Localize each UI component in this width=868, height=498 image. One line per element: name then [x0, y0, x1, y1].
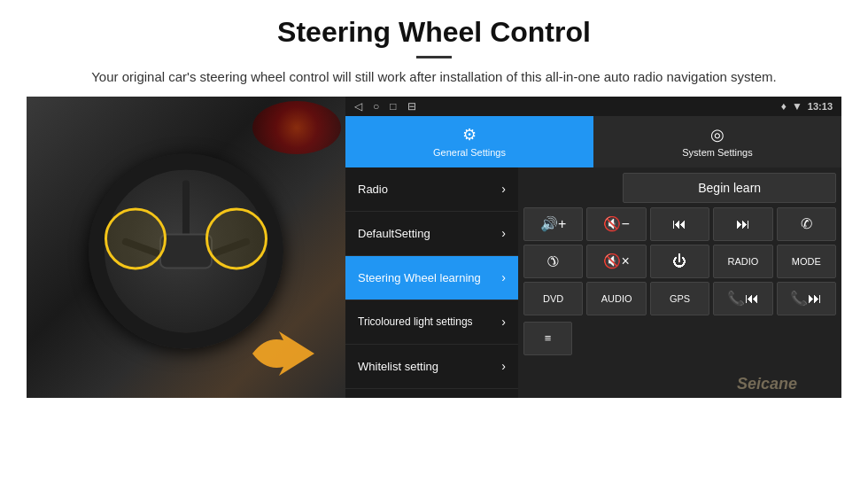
status-bar-info: ♦ ▼ 13:13 [781, 100, 833, 113]
chevron-default-icon: › [501, 226, 506, 240]
last-row: ≡ [523, 322, 836, 355]
power-icon: ⏻ [672, 253, 686, 269]
begin-learn-button[interactable]: Begin learn [623, 173, 836, 203]
gps-label: GPS [670, 293, 690, 304]
tab-general[interactable]: ⚙ General Settings [345, 116, 593, 167]
vol-up-icon: 🔊+ [540, 215, 566, 232]
general-settings-icon: ⚙ [462, 125, 477, 144]
nav-recent-icon[interactable]: □ [390, 100, 396, 113]
mode-label: MODE [792, 256, 821, 267]
mute-button[interactable]: 🔇× [586, 245, 646, 278]
dashboard-indicator [252, 101, 341, 154]
prev-icon: ⏮ [672, 216, 686, 232]
menu-item-steering[interactable]: Steering Wheel learning › [345, 256, 518, 300]
status-bar-nav: ◁ ○ □ ⊟ [354, 100, 416, 113]
status-bar: ◁ ○ □ ⊟ ♦ ▼ 13:13 [345, 97, 841, 116]
audio-button[interactable]: AUDIO [586, 282, 646, 315]
power-button[interactable]: ⏻ [650, 245, 709, 278]
nav-back-icon[interactable]: ◁ [354, 100, 362, 113]
right-panel: Begin learn 🔊+ 🔇− ⏮ ⏭ [518, 167, 841, 398]
next-button[interactable]: ⏭ [713, 207, 772, 241]
audio-label: AUDIO [601, 293, 632, 304]
arrow-container [248, 327, 319, 380]
page-title: Steering Wheel Control [53, 16, 815, 49]
menu-item-whitelist[interactable]: Whitelist setting › [345, 345, 518, 389]
tab-system-label: System Settings [682, 147, 752, 158]
steering-wheel-container [89, 153, 283, 348]
car-image-area [27, 97, 345, 398]
yellow-circle-left [105, 207, 167, 269]
menu-tricolour-label: Tricoloured light settings [358, 315, 473, 328]
tab-system[interactable]: ◎ System Settings [593, 116, 841, 167]
next2-button[interactable]: 📞⏭ [777, 282, 836, 315]
chevron-steering-icon: › [501, 270, 506, 284]
dvd-label: DVD [543, 293, 563, 304]
system-settings-icon: ◎ [710, 125, 725, 144]
control-grid: 🔊+ 🔇− ⏮ ⏭ ✆ ✆ [523, 207, 836, 315]
dvd-button[interactable]: DVD [523, 282, 583, 315]
radio-label: RADIO [727, 256, 758, 267]
prev2-icon: 📞⏮ [727, 290, 759, 307]
prev2-button[interactable]: 📞⏮ [713, 282, 772, 315]
android-ui: ◁ ○ □ ⊟ ♦ ▼ 13:13 ⚙ General Settings ◎ S… [345, 97, 841, 398]
radio-button[interactable]: RADIO [713, 245, 772, 278]
vol-up-button[interactable]: 🔊+ [523, 207, 583, 241]
left-menu: Radio › DefaultSetting › Steering Wheel … [345, 167, 518, 398]
gps-status-icon: ♦ [781, 100, 787, 113]
prev-button[interactable]: ⏮ [650, 207, 709, 241]
vol-down-icon: 🔇− [603, 215, 629, 232]
menu-radio-label: Radio [358, 183, 388, 196]
main-content: ◁ ○ □ ⊟ ♦ ▼ 13:13 ⚙ General Settings ◎ S… [0, 97, 868, 398]
phone-answer-button[interactable]: ✆ [777, 207, 836, 241]
menu-steering-label: Steering Wheel learning [358, 271, 481, 284]
next2-icon: 📞⏭ [790, 290, 822, 307]
gps-button[interactable]: GPS [650, 282, 709, 315]
chevron-tricolour-icon: › [501, 315, 506, 329]
yellow-circle-right [205, 207, 267, 269]
tab-general-label: General Settings [433, 147, 506, 158]
vol-down-button[interactable]: 🔇− [586, 207, 646, 241]
chevron-whitelist-icon: › [501, 359, 506, 373]
menu-item-default[interactable]: DefaultSetting › [345, 212, 518, 256]
menu-icon: ≡ [545, 331, 552, 345]
page-header: Steering Wheel Control Your original car… [0, 0, 868, 97]
panel-container: Radio › DefaultSetting › Steering Wheel … [345, 167, 841, 398]
menu-item-radio[interactable]: Radio › [345, 167, 518, 212]
chevron-radio-icon: › [501, 182, 506, 196]
status-time: 13:13 [808, 101, 833, 112]
begin-learn-row: Begin learn [523, 173, 836, 203]
nav-tabs: ⚙ General Settings ◎ System Settings [345, 116, 841, 167]
car-background [27, 97, 345, 398]
mute-icon: 🔇× [603, 253, 629, 269]
phone-answer-icon: ✆ [801, 215, 812, 232]
steering-wheel-center [159, 233, 213, 268]
title-divider [416, 56, 452, 58]
menu-whitelist-label: Whitelist setting [358, 360, 438, 373]
call-end-icon: ✆ [543, 251, 563, 271]
menu-icon-button[interactable]: ≡ [523, 322, 572, 355]
mode-button[interactable]: MODE [777, 245, 836, 278]
arrow-icon [248, 327, 319, 380]
nav-cast-icon[interactable]: ⊟ [407, 100, 416, 113]
call-end-button[interactable]: ✆ [523, 245, 583, 278]
menu-default-label: DefaultSetting [358, 227, 430, 240]
menu-item-tricolour[interactable]: Tricoloured light settings › [345, 300, 518, 345]
nav-home-icon[interactable]: ○ [373, 100, 379, 113]
page-subtitle: Your original car's steering wheel contr… [53, 67, 815, 88]
next-icon: ⏭ [736, 216, 750, 232]
wifi-status-icon: ▼ [792, 100, 802, 113]
